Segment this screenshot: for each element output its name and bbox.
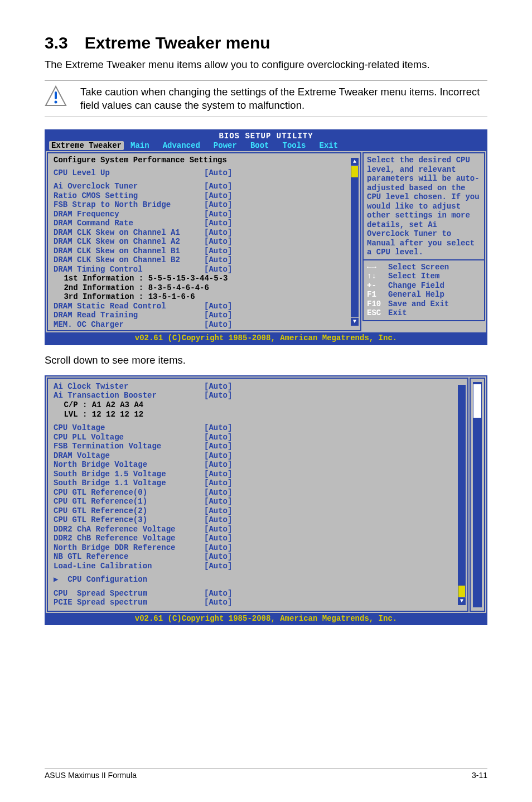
bios-setting-row[interactable]: CPU Spread Spectrum[Auto] (54, 589, 464, 598)
bios-setting-label: DRAM Timing Control (54, 265, 204, 274)
bios-setting-label: Ratio CMOS Setting (54, 191, 204, 201)
bios-submenu-item[interactable]: ▶ CPU Configuration (54, 575, 464, 584)
bios-setting-row[interactable]: FSB Strap to North Bridge[Auto] (54, 200, 357, 210)
bios-setting-value: [Auto] (204, 265, 232, 274)
bios-setting-row[interactable]: South Bridge 1.1 Voltage[Auto] (54, 479, 464, 488)
bios-setting-value: [Auto] (204, 320, 232, 330)
bios-key-row: ←→Select Screen (367, 263, 481, 272)
bios-setting-value: [Auto] (204, 589, 232, 598)
bios-setting-row[interactable]: DRAM Voltage[Auto] (54, 451, 464, 461)
bios-key-label: Save and Exit (388, 299, 449, 309)
caution-block: Take caution when changing the settings … (45, 80, 487, 117)
bios-key-row: +-Change Field (367, 281, 481, 291)
bios-setting-row[interactable]: DRAM CLK Skew on Channel A1[Auto] (54, 228, 357, 238)
bios-setting-row[interactable]: FSB Termination Voltage[Auto] (54, 442, 464, 451)
bios-setting-row[interactable]: CPU GTL Reference(2)[Auto] (54, 506, 464, 516)
bios-setting-row[interactable]: DRAM Read Training[Auto] (54, 311, 357, 320)
bios-setting-row[interactable]: NB GTL Reference[Auto] (54, 552, 464, 562)
bios-setting-row[interactable]: CPU GTL Reference(3)[Auto] (54, 515, 464, 525)
bios-setting-row[interactable]: South Bridge 1.5 Voltage[Auto] (54, 470, 464, 479)
bios-setting-label: Load-Line Calibration (54, 562, 204, 571)
bios-setting-label: DRAM CLK Skew on Channel B2 (54, 255, 204, 265)
bios-setting-value: [Auto] (204, 237, 232, 247)
bios-setting-value: [Auto] (204, 247, 232, 256)
bios-setting-row[interactable]: Load-Line Calibration[Auto] (54, 562, 464, 571)
bios-tab-boot[interactable]: Boot (244, 141, 276, 151)
bios-setting-value: [Auto] (204, 562, 232, 571)
bios-setting-row[interactable]: CPU GTL Reference(1)[Auto] (54, 497, 464, 506)
bios-setting-label: CPU PLL Voltage (54, 433, 204, 442)
bios-setting-label: DDR2 ChB Reference Voltage (54, 534, 204, 543)
scroll-thumb[interactable] (351, 166, 358, 177)
scroll-up-icon[interactable]: ▲ (351, 158, 359, 166)
bios-setting-row[interactable]: DRAM Frequency[Auto] (54, 210, 357, 219)
svg-point-2 (55, 101, 57, 104)
bios-setting-value: [Auto] (204, 497, 232, 506)
bios-setting-value: [Auto] (204, 460, 232, 470)
bios-setting-row[interactable]: Ai Transaction Booster[Auto] (54, 391, 464, 400)
bios-tab-tools[interactable]: Tools (275, 141, 312, 151)
bios-setting-value: [Auto] (204, 311, 232, 320)
bios-setting-value: [Auto] (204, 451, 232, 461)
bios-key-icon: +- (367, 281, 388, 291)
bios-setting-label: DRAM CLK Skew on Channel B1 (54, 247, 204, 256)
bios-setting-row[interactable]: Ai Clock Twister[Auto] (54, 382, 464, 392)
bios-setting-label: DRAM Voltage (54, 451, 204, 461)
bios-tab-power[interactable]: Power (207, 141, 244, 151)
bios-setting-row[interactable]: Ratio CMOS Setting[Auto] (54, 191, 357, 201)
bios-setting-value: [Auto] (204, 255, 232, 265)
bios2-right-pane (470, 378, 485, 612)
bios-setting-row[interactable]: MEM. OC Charger[Auto] (54, 320, 357, 330)
bios-setting-row[interactable]: DDR2 ChA Reference Voltage[Auto] (54, 525, 464, 534)
bios-setting-row[interactable]: CPU GTL Reference(0)[Auto] (54, 488, 464, 497)
section-title: Extreme Tweaker menu (85, 33, 270, 52)
bios-setting-value: [Auto] (204, 525, 232, 534)
bios-key-icon: ESC (367, 308, 388, 318)
bios-setting-row[interactable]: DRAM CLK Skew on Channel B2[Auto] (54, 255, 357, 265)
bios-setting-value: [Auto] (204, 488, 232, 497)
bios-setting-value: [Auto] (204, 479, 232, 488)
bios-setting-label: NB GTL Reference (54, 552, 204, 562)
scroll-down-icon[interactable]: ▼ (351, 318, 359, 326)
bios-setting-row[interactable]: PCIE Spread spectrum[Auto] (54, 598, 464, 607)
bios2-left-scrollbar[interactable]: ▼ (457, 384, 466, 605)
bios-setting-value: [Auto] (204, 534, 232, 543)
scroll-track[interactable] (351, 166, 359, 317)
scroll-thumb[interactable] (458, 586, 465, 597)
bios-screenshot-1: BIOS SETUP UTILITY Extreme TweakerMainAd… (45, 129, 487, 345)
bios-setting-value: [Auto] (204, 515, 232, 525)
bios-setting-label: Ai Overclock Tuner (54, 182, 204, 191)
bios-setting-label: FSB Termination Voltage (54, 442, 204, 451)
bios-setting-row[interactable]: DRAM CLK Skew on Channel A2[Auto] (54, 237, 357, 247)
bios-tab-exit[interactable]: Exit (313, 141, 345, 151)
scroll-down-icon[interactable]: ▼ (458, 597, 466, 605)
bios-setting-row[interactable]: North Bridge Voltage[Auto] (54, 460, 464, 470)
bios-setting-row[interactable]: North Bridge DDR Reference[Auto] (54, 543, 464, 553)
bios-setting-label: Ai Clock Twister (54, 382, 204, 392)
section-heading: 3.3Extreme Tweaker menu (45, 33, 487, 52)
bios-setting-value: [Auto] (204, 219, 232, 228)
bios-setting-label: Ai Transaction Booster (54, 391, 204, 400)
bios2-right-scroll-track[interactable] (473, 382, 482, 607)
bios-setting-row[interactable]: DRAM CLK Skew on Channel B1[Auto] (54, 247, 357, 256)
bios-setting-value: [Auto] (204, 423, 232, 433)
bios-setting-value: [Auto] (204, 598, 232, 607)
bios-key-label: Select Screen (388, 263, 449, 272)
bios-setting-label: CPU Voltage (54, 423, 204, 433)
bios-tab-advanced[interactable]: Advanced (156, 141, 207, 151)
bios2-right-scroll-thumb[interactable] (473, 384, 481, 418)
bios-setting-row[interactable]: DRAM Command Rate[Auto] (54, 219, 357, 228)
bios-tab-extreme-tweaker[interactable]: Extreme Tweaker (49, 141, 124, 151)
bios-tab-main[interactable]: Main (124, 141, 156, 151)
bios-setting-row[interactable]: DDR2 ChB Reference Voltage[Auto] (54, 534, 464, 543)
bios-setting-row[interactable]: Ai Overclock Tuner[Auto] (54, 182, 357, 191)
bios-setting-row[interactable]: CPU PLL Voltage[Auto] (54, 433, 464, 442)
bios-title: BIOS SETUP UTILITY (46, 131, 486, 141)
bios-setting-row[interactable]: CPU Voltage[Auto] (54, 423, 464, 433)
bios-setting-row[interactable]: DRAM Timing Control[Auto] (54, 265, 357, 274)
bios2-left-pane: Ai Clock Twister[Auto]Ai Transaction Boo… (47, 378, 468, 612)
bios-scrollbar[interactable]: ▲ ▼ (350, 158, 359, 326)
bios-setting-label: South Bridge 1.1 Voltage (54, 479, 204, 488)
bios-setting-row[interactable]: DRAM Static Read Control[Auto] (54, 302, 357, 311)
bios-setting-row[interactable]: CPU Level Up[Auto] (54, 168, 357, 178)
